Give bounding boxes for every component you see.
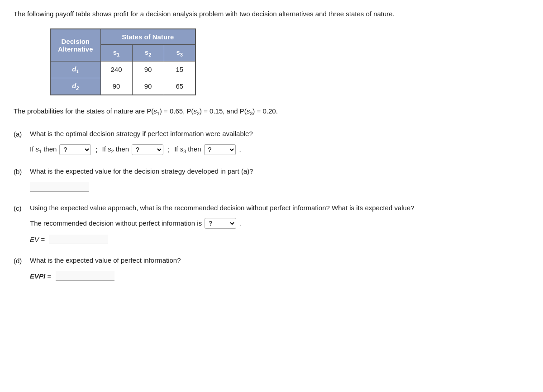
part-b-letter: (b) [14,166,30,178]
rec-text: The recommended decision without perfect… [30,217,202,229]
payoff-table: DecisionAlternative States of Nature s1 … [50,28,196,95]
semicolon-2: ; [168,144,170,156]
part-d-section: (d) What is the expected value of perfec… [14,255,529,282]
col-header-s3: s3 [164,44,195,61]
part-c-letter: (c) [14,203,30,214]
part-c-ev-row: EV = [30,234,529,246]
part-b-header: (b) What is the expected value for the d… [14,166,529,178]
part-a-inputs: If s1 then ? d₁ d₂ ; If s2 then ? d₁ d₂ … [30,143,529,156]
part-a-letter: (a) [14,128,30,140]
semicolon-1: ; [95,144,97,156]
part-c-dropdown[interactable]: ? d₁ d₂ [205,218,236,229]
if-s1-dropdown[interactable]: ? d₁ d₂ [59,144,91,155]
part-b-section: (b) What is the expected value for the d… [14,166,529,193]
cell-d2-s3: 65 [164,78,195,95]
states-of-nature-header: States of Nature [100,29,195,45]
intro-text: The following payoff table shows profit … [14,9,529,19]
part-b-question: What is the expected value for the decis… [30,166,529,177]
col-header-s1: s1 [100,44,132,61]
part-a-header: (a) What is the optimal decision strateg… [14,128,529,140]
cell-d1-s3: 15 [164,61,195,78]
decision-alternative-header: DecisionAlternative [50,29,100,61]
probabilities-text: The probabilities for the states of natu… [14,106,529,118]
table-row: d2 90 90 65 [50,78,195,95]
period-a: . [239,144,241,156]
part-c-rec-row: The recommended decision without perfect… [30,217,529,229]
cell-d1-s1: 240 [100,61,132,78]
evpi-label: EVPI = [30,270,51,282]
if-s1-label: If s1 then [30,143,57,156]
cell-d2-s2: 90 [132,78,164,95]
if-s3-label: If s3 then [174,143,201,156]
part-d-letter: (d) [14,255,30,267]
part-d-evpi-row: EVPI = [30,270,529,282]
if-s2-label: If s2 then [102,143,129,156]
part-d-header: (d) What is the expected value of perfec… [14,255,529,267]
part-d-question: What is the expected value of perfect in… [30,255,529,266]
part-c-ev-input[interactable] [49,235,108,244]
ev-label-c: EV = [30,234,45,246]
cell-d2-s1: 90 [100,78,132,95]
part-a-section: (a) What is the optimal decision strateg… [14,128,529,156]
part-c-section: (c) Using the expected value approach, w… [14,203,529,246]
decision-d2: d2 [50,78,100,95]
cell-d1-s2: 90 [132,61,164,78]
decision-d1: d1 [50,61,100,78]
part-c-header: (c) Using the expected value approach, w… [14,203,529,214]
if-s2-dropdown[interactable]: ? d₁ d₂ [132,144,163,155]
part-a-question: What is the optimal decision strategy if… [30,128,529,139]
part-b-answer-input[interactable] [30,182,89,192]
if-s3-dropdown[interactable]: ? d₁ d₂ [204,144,236,155]
part-b-input-row [30,181,529,193]
period-c: . [240,217,242,229]
col-header-s2: s2 [132,44,164,61]
table-row: d1 240 90 15 [50,61,195,78]
part-c-question: Using the expected value approach, what … [30,203,529,213]
payoff-table-container: DecisionAlternative States of Nature s1 … [50,28,196,95]
part-d-evpi-input[interactable] [56,271,114,281]
